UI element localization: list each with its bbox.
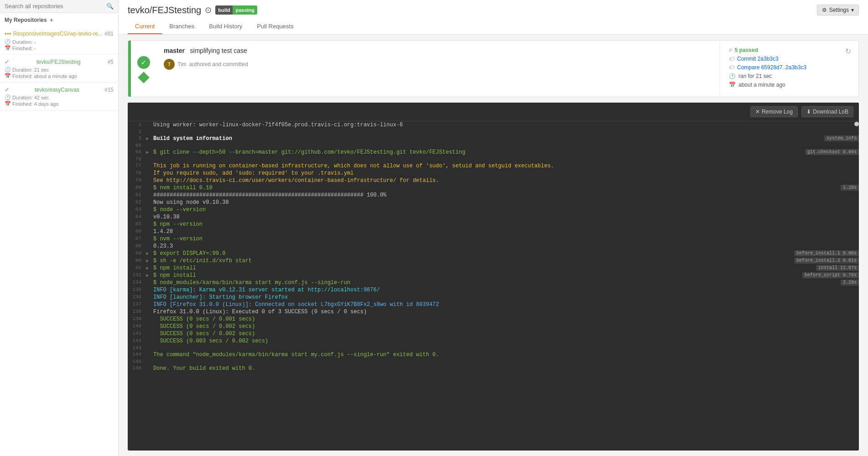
log-line-number: 81 (128, 192, 146, 197)
log-expand-icon[interactable]: ▶ (146, 258, 153, 264)
repo-name: ResponsiveImagesCG/wp-tevko-re... (13, 31, 103, 37)
repo-status-icon: ••• (5, 30, 11, 37)
remove-log-icon: ✕ (755, 109, 760, 115)
log-line-number: 66 (128, 149, 146, 155)
build-commit-msg: simplifying test case (190, 47, 247, 54)
refresh-button[interactable]: ↻ (845, 47, 851, 56)
main-header: tevko/FEJStesting ⊙ build passing ⚙ Sett… (119, 0, 868, 35)
log-line-number: 92 (128, 265, 146, 270)
log-line: 3 ▶ Build system information system_info (128, 135, 859, 142)
finished-icon: 📅 (5, 101, 11, 107)
log-line: 137 INFO [Firefox 31.0.0 (Linux)]: Conne… (128, 301, 859, 308)
log-line-text: The command "node_modules/karma/bin/karm… (153, 352, 859, 358)
log-line: 141 SUCCESS (0 secs / 0.002 secs) (128, 330, 859, 337)
build-badge: build passing (215, 5, 257, 15)
sidebar-repo-item[interactable]: ✓ tevko/FEJStesting #5 🕐 Duration: 21 se… (0, 55, 118, 83)
log-line-number: 80 (128, 185, 146, 190)
log-line: 2 (128, 129, 859, 135)
download-log-label: Download LoB (813, 109, 848, 115)
author-action: authored and committed (189, 61, 248, 67)
log-line: 135 INFO [karma]: Karma v0.12.31 server … (128, 286, 859, 294)
log-line-number: 142 (128, 338, 146, 343)
log-line: 139 SUCCESS (0 secs / 0.001 secs) (128, 316, 859, 323)
calendar-icon: 📅 (729, 82, 736, 88)
log-line: 92 ▶ $ npm install install 11.67s (128, 264, 859, 272)
build-info-main: master simplifying test case T Tim autho… (156, 41, 719, 97)
log-line-text: This job is running on container-based i… (153, 163, 859, 169)
search-input[interactable] (5, 3, 106, 10)
author-avatar: T (164, 59, 175, 70)
log-line-number: 141 (128, 331, 146, 336)
log-badge: before_script 0.78s (802, 272, 859, 278)
log-line: 136 INFO [launcher]: Starting browser Fi… (128, 294, 859, 301)
log-line: 65 (128, 142, 859, 149)
log-line: 138 Firefox 31.0.0 (Linux): Executed 0 o… (128, 308, 859, 316)
clock-icon: 🕐 (729, 73, 736, 79)
compare-icon: 🏷 (729, 64, 734, 71)
compare-link[interactable]: Compare 65928d7..2a3b3c3 (737, 64, 806, 71)
log-line: 80 $ nvm install 0.10 1.20s (128, 184, 859, 192)
commit-link[interactable]: Commit 2a3b3c3 (737, 56, 779, 62)
sidebar-repo-item[interactable]: ••• ResponsiveImagesCG/wp-tevko-re... #8… (0, 26, 118, 55)
log-badge: install 11.67s (816, 265, 859, 271)
log-expand-icon[interactable]: ▶ (146, 250, 153, 256)
log-line-number: 140 (128, 323, 146, 329)
repo-finished: Finished: 4 days ago (12, 101, 59, 107)
repo-duration: Duration: - (12, 39, 36, 45)
log-badge: git.checkout 0.09s (805, 149, 859, 155)
log-line-text: $ npm install (153, 265, 814, 271)
log-expand-icon[interactable]: ▶ (146, 135, 153, 141)
log-line-text: $ git clone --depth=50 --branch=master g… (153, 149, 803, 155)
sidebar-repo-item[interactable]: ✓ tevko/easyCanvas #15 🕐 Duration: 42 se… (0, 83, 118, 110)
repo-number: #5 (108, 59, 114, 65)
log-line-number: 139 (128, 316, 146, 321)
log-area: ✕ Remove Log ⬇ Download LoB 1 Using work… (128, 103, 859, 451)
repo-name: tevko/easyCanvas (35, 87, 79, 93)
log-line: 146 Done. Your build exited with 0. (128, 365, 859, 372)
log-line-number: 3 (128, 135, 146, 141)
log-line: 86 1.4.28 (128, 228, 859, 235)
log-line: 89 ▶ $ export DISPLAY=:99.0 before_insta… (128, 250, 859, 257)
log-line: 132 ▶ $ npm install before_script 0.78s (128, 272, 859, 279)
log-line-text: $ npm --version (153, 221, 859, 228)
repo-status-icon: ✓ (5, 86, 10, 93)
log-line: 81 #####################################… (128, 192, 859, 199)
log-line: 79 See http://docs.travis-ci.com/user/wo… (128, 177, 859, 184)
author-name: Tim (177, 61, 187, 67)
tab-branches[interactable]: Branches (162, 19, 202, 34)
tab-build-history[interactable]: Build History (202, 19, 249, 34)
log-line: 90 ▶ $ sh -e /etc/init.d/xvfb start befo… (128, 257, 859, 264)
ran-for: ran for 21 sec (738, 73, 772, 79)
log-line-text: Firefox 31.0.0 (Linux): Executed 0 of 3 … (153, 309, 859, 315)
main-content: tevko/FEJStesting ⊙ build passing ⚙ Sett… (119, 0, 868, 456)
log-line-text: $ nvm --version (153, 236, 859, 242)
log-line: 88 0.23.3 (128, 243, 859, 250)
repo-finished: Finished: - (12, 46, 36, 51)
remove-log-button[interactable]: ✕ Remove Log (750, 106, 798, 117)
log-badge: before_install.1 0.00s (794, 250, 859, 256)
log-line-text: 0.23.3 (153, 243, 859, 249)
log-expand-icon[interactable]: ▶ (146, 149, 153, 155)
tab-pull-requests[interactable]: Pull Requests (249, 19, 301, 34)
log-badge: 1.20s (841, 185, 859, 191)
log-line-number: 138 (128, 309, 146, 314)
log-expand-icon[interactable]: ▶ (146, 265, 153, 271)
log-line-text: $ sh -e /etc/init.d/xvfb start (153, 258, 792, 264)
log-line-text: INFO [Firefox 31.0.0 (Linux)]: Connected… (153, 301, 859, 308)
log-line-number: 76 (128, 156, 146, 162)
download-log-button[interactable]: ⬇ Download LoB (801, 106, 853, 117)
badge-build-label: build (215, 5, 233, 15)
tab-current[interactable]: Current (128, 19, 162, 34)
repo-number: #81 (104, 31, 114, 37)
settings-label: Settings (829, 7, 849, 13)
log-line-number: 82 (128, 199, 146, 205)
gear-icon: ⚙ (822, 7, 827, 13)
build-check-icon: ✓ (137, 56, 150, 69)
settings-button[interactable]: ⚙ Settings ▾ (817, 5, 859, 16)
log-line-number: 78 (128, 170, 146, 176)
nav-tabs: CurrentBranchesBuild HistoryPull Request… (128, 19, 859, 34)
log-line-number: 79 (128, 177, 146, 183)
search-bar: 🔍 (0, 0, 118, 13)
add-repository-button[interactable]: + (50, 16, 53, 24)
log-expand-icon[interactable]: ▶ (146, 272, 153, 278)
